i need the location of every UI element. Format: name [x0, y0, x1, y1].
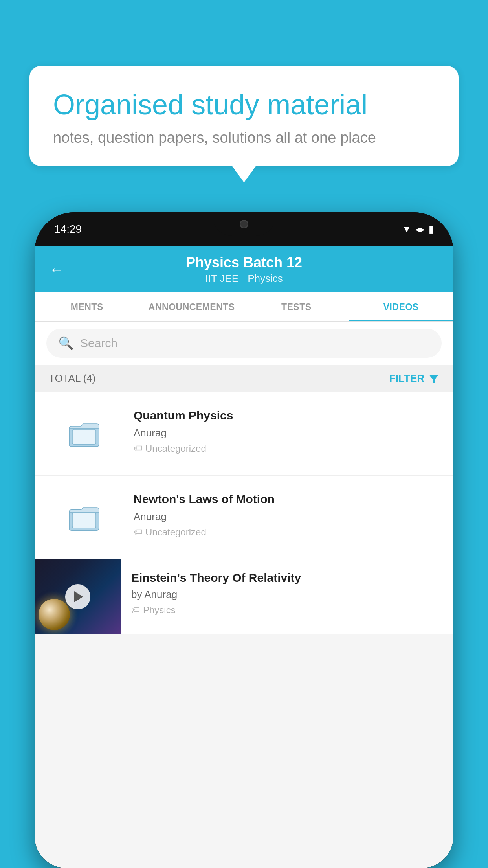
tabs-bar: MENTS ANNOUNCEMENTS TESTS VIDEOS — [35, 292, 453, 322]
search-icon: 🔍 — [58, 336, 74, 351]
total-count-label: TOTAL (4) — [49, 372, 95, 384]
phone-screen: ← Physics Batch 12 IIT JEE Physics MENTS… — [35, 246, 453, 868]
video-title: Quantum Physics — [134, 408, 439, 423]
tag-icon: 🏷 — [134, 527, 142, 537]
search-bar-container: 🔍 Search — [35, 322, 453, 365]
speech-bubble-subtitle: notes, question papers, solutions all at… — [53, 129, 435, 146]
video-tag: 🏷 Physics — [131, 605, 439, 616]
svg-rect-4 — [72, 513, 96, 528]
notch — [213, 212, 275, 236]
video-thumbnail — [35, 559, 121, 634]
video-author: Anurag — [134, 511, 439, 523]
planet-graphic — [39, 599, 70, 630]
video-author: Anurag — [134, 427, 439, 439]
tab-tests[interactable]: TESTS — [244, 292, 349, 321]
video-list: Quantum Physics Anurag 🏷 Uncategorized — [35, 392, 453, 634]
tab-announcements[interactable]: ANNOUNCEMENTS — [139, 292, 244, 321]
video-info: Einstein's Theory Of Relativity by Anura… — [121, 559, 439, 616]
svg-rect-2 — [72, 429, 96, 444]
tab-ments[interactable]: MENTS — [35, 292, 139, 321]
video-info: Newton's Laws of Motion Anurag 🏷 Uncateg… — [134, 490, 439, 538]
folder-icon — [68, 418, 100, 449]
status-bar: 14:29 ▼ ◂▸ ▮ — [35, 212, 453, 246]
status-icons: ▼ ◂▸ ▮ — [402, 224, 434, 235]
back-button[interactable]: ← — [50, 261, 64, 278]
wifi-icon: ▼ — [402, 224, 411, 235]
battery-icon: ▮ — [429, 224, 434, 235]
header-title-group: Physics Batch 12 IIT JEE Physics — [186, 254, 302, 285]
svg-marker-0 — [429, 375, 438, 383]
filter-bar: TOTAL (4) FILTER — [35, 365, 453, 392]
video-tag: 🏷 Uncategorized — [134, 527, 439, 538]
play-icon — [74, 591, 83, 602]
filter-button[interactable]: FILTER — [389, 372, 439, 384]
phone-frame: 14:29 ▼ ◂▸ ▮ ← Physics Batch 12 IIT JEE … — [35, 212, 453, 868]
batch-subject: Physics — [248, 272, 283, 284]
clock: 14:29 — [54, 223, 82, 235]
folder-thumbnail — [49, 490, 119, 545]
video-tag: 🏷 Uncategorized — [134, 443, 439, 454]
list-item[interactable]: Einstein's Theory Of Relativity by Anura… — [35, 559, 453, 634]
video-title: Einstein's Theory Of Relativity — [131, 571, 439, 585]
play-button[interactable] — [65, 584, 90, 609]
filter-icon — [428, 373, 439, 384]
tab-videos[interactable]: VIDEOS — [349, 292, 454, 321]
batch-category: IIT JEE — [205, 272, 238, 284]
front-camera — [240, 220, 248, 228]
list-item[interactable]: Quantum Physics Anurag 🏷 Uncategorized — [35, 392, 453, 476]
search-input[interactable]: Search — [80, 337, 117, 350]
batch-subtitle: IIT JEE Physics — [186, 272, 302, 285]
app-header: ← Physics Batch 12 IIT JEE Physics — [35, 246, 453, 292]
list-item[interactable]: Newton's Laws of Motion Anurag 🏷 Uncateg… — [35, 476, 453, 559]
signal-icon: ◂▸ — [415, 224, 425, 235]
tag-icon: 🏷 — [134, 443, 142, 454]
video-author: by Anurag — [131, 588, 439, 601]
search-bar[interactable]: 🔍 Search — [46, 329, 442, 358]
tag-icon: 🏷 — [131, 605, 140, 615]
video-title: Newton's Laws of Motion — [134, 491, 439, 507]
speech-bubble: Organised study material notes, question… — [29, 66, 459, 166]
folder-icon — [68, 502, 100, 533]
batch-title: Physics Batch 12 — [186, 254, 302, 271]
speech-bubble-title: Organised study material — [53, 88, 435, 121]
video-info: Quantum Physics Anurag 🏷 Uncategorized — [134, 406, 439, 454]
folder-thumbnail — [49, 406, 119, 461]
